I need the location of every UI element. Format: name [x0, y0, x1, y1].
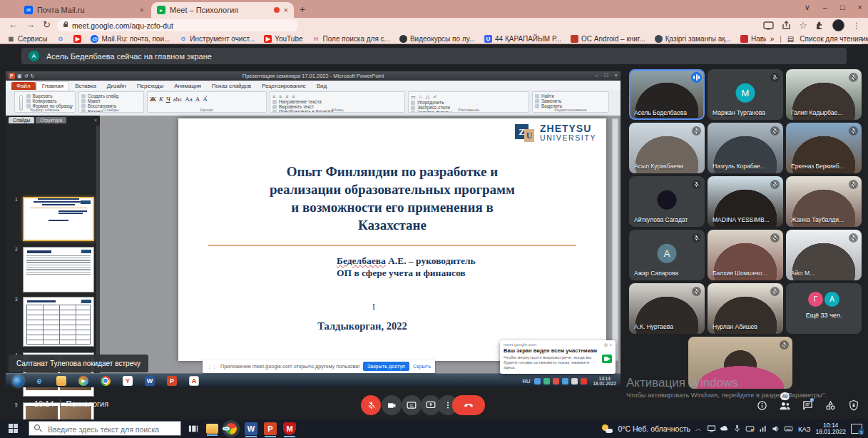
taskbar-search[interactable]	[29, 421, 181, 436]
ribbon-button-Найти[interactable]: Найти	[535, 93, 606, 98]
reading-list-label[interactable]: Список для чтения	[800, 35, 862, 43]
participant-tile[interactable]: Еркеназ Беркинб...	[786, 123, 862, 173]
participant-tile[interactable]: Асель Беделбаева	[629, 69, 705, 120]
bookmark-star-icon[interactable]: ☆	[799, 20, 807, 31]
taskbar-word-icon[interactable]: W	[245, 422, 257, 435]
panel-tab-slides[interactable]: Слайды	[9, 117, 34, 123]
ribbon-tab-Вставка[interactable]: Вставка	[70, 82, 101, 90]
ribbon-button-Копировать[interactable]: Копировать	[26, 98, 73, 103]
participant-tile[interactable]: Асыл Куракбаева	[629, 123, 705, 173]
tray-microphone-icon[interactable]	[732, 424, 742, 434]
taskbar-chrome-icon[interactable]	[225, 423, 237, 434]
tray-cloud-icon[interactable]	[720, 424, 729, 434]
ribbon-glyph-button[interactable]: ▭	[411, 94, 416, 100]
tray-network-icon[interactable]	[758, 424, 767, 434]
bookmarks-overflow-icon[interactable]: »	[770, 35, 775, 43]
extensions-puzzle-icon[interactable]	[815, 21, 824, 30]
participant-tile[interactable]: Галия Кадырбае...	[786, 69, 862, 120]
participant-tile[interactable]: Айткулова Сагадат	[629, 176, 705, 227]
ribbon-tab-Вид[interactable]: Вид	[312, 82, 332, 90]
taskbar-mcafee-icon[interactable]: M	[283, 422, 296, 435]
font-style-button[interactable]: Ч	[166, 96, 170, 103]
bookmark-item[interactable]: Қазіргі заманғы ақ...	[655, 35, 731, 43]
bookmark-item[interactable]: U44 ҚАРАПАЙЫМ Р...	[484, 35, 561, 43]
ppt-close-button[interactable]: ×	[614, 72, 618, 78]
close-button[interactable]: ×	[858, 3, 862, 12]
shared-clock[interactable]: 13:1418.01.2022	[593, 376, 616, 386]
font-style-button[interactable]: К	[159, 96, 163, 103]
shared-taskbar-pdf-icon[interactable]: A	[189, 376, 199, 386]
powerpoint-titlebar[interactable]: P▣↺↻ Презентация семинара 17.01.2022 - M…	[6, 71, 621, 81]
bookmark-item[interactable]: HПоле поиска для с...	[312, 35, 390, 43]
profile-avatar[interactable]	[832, 19, 844, 31]
tray-display-icon[interactable]	[707, 424, 716, 434]
tray-keyboard-icon[interactable]	[784, 424, 793, 434]
weather-icon[interactable]	[602, 424, 613, 433]
back-icon[interactable]: ←	[9, 19, 18, 30]
popup-close-icon[interactable]: ⚙ ×	[604, 342, 612, 348]
ribbon-button-Вырезать[interactable]: Вырезать	[26, 93, 73, 98]
ribbon-glyph-button[interactable]: ≡	[279, 94, 282, 99]
taskbar-taskview-icon[interactable]	[187, 422, 200, 435]
browser-menu-icon[interactable]: ⋮	[852, 21, 861, 31]
reading-list-icon[interactable]: ▤	[787, 35, 794, 43]
current-slide[interactable]: ZU ZHETYSU UNIVERSITY Опыт Финляндии по …	[178, 118, 606, 361]
language-indicator[interactable]: КАЗ	[798, 425, 811, 433]
forward-icon[interactable]: →	[26, 19, 35, 30]
ppt-restore-button[interactable]: □	[604, 72, 608, 78]
bookmark-item[interactable]: GИнструмент очист...	[179, 35, 255, 43]
panel-close-icon[interactable]: ×	[94, 118, 97, 123]
host-controls-icon[interactable]	[847, 399, 859, 412]
bookmark-item[interactable]: ▶YouTube	[264, 35, 302, 43]
participant-tile[interactable]: ААжар Сапарова	[629, 230, 705, 280]
bookmark-item[interactable]: ▶	[73, 35, 81, 43]
participant-tile[interactable]: MADINA YESSIMB...	[708, 176, 783, 227]
end-call-button[interactable]	[452, 395, 485, 415]
camera-button[interactable]	[382, 395, 402, 415]
panel-tab-outline[interactable]: Структура	[36, 117, 66, 123]
captions-button[interactable]: cc	[402, 395, 422, 415]
ribbon-glyph-button[interactable]: ≡	[272, 94, 275, 99]
minimize-button[interactable]: –	[823, 3, 827, 12]
font-style-button[interactable]: Ж	[150, 96, 156, 103]
ribbon-button-Макет[interactable]: Макет	[81, 98, 141, 103]
ppt-minimize-button[interactable]: –	[595, 72, 598, 78]
participant-tile[interactable]: Жанна Таубалди...	[786, 176, 862, 227]
url-bar[interactable]: meet.google.com/aqu-zcfo-dut	[57, 19, 298, 31]
participant-tile[interactable]: А.К. Нуртаева	[629, 283, 705, 334]
tab-meet[interactable]: ▸ Meet – Психология ×	[151, 2, 294, 18]
ribbon-tab-Главная[interactable]: Главная	[36, 81, 69, 90]
new-tab-button[interactable]: +	[300, 4, 305, 15]
start-button[interactable]	[9, 424, 19, 434]
participant-tile[interactable]: Нурлан Абишев	[708, 283, 783, 334]
ribbon-tab-Анимация[interactable]: Анимация	[169, 82, 206, 90]
font-style-button[interactable]: Аа	[185, 96, 192, 103]
hidden-icons-chevron[interactable]: ︿	[695, 424, 702, 434]
tab-close-icon[interactable]: ×	[140, 6, 144, 14]
font-style-button[interactable]: А	[195, 96, 200, 103]
shared-taskbar-chrome-icon[interactable]	[101, 376, 111, 386]
ribbon-tab-Рецензирование[interactable]: Рецензирование	[257, 82, 311, 90]
slide-thumbnail-2[interactable]	[23, 247, 94, 292]
tray-screen-record-icon[interactable]	[745, 424, 755, 434]
bookmark-item[interactable]: ▦Сервисы	[7, 35, 47, 43]
bookmark-item[interactable]: Видеокурсы по лу...	[399, 35, 475, 43]
ribbon-tab-file[interactable]: Файл	[11, 82, 36, 90]
share-icon[interactable]	[782, 21, 791, 30]
font-style-button[interactable]: abc	[173, 96, 183, 103]
bookmark-item[interactable]: ОС Android – книг...	[571, 35, 645, 43]
weather-text[interactable]: 0°C Неб. облачность	[618, 424, 690, 433]
stop-sharing-button[interactable]: Закрыть доступ	[363, 362, 409, 371]
participants-icon[interactable]	[779, 399, 791, 412]
meeting-details-icon[interactable]	[756, 399, 768, 412]
notifications-icon[interactable]: 3	[851, 424, 862, 434]
tray-volume-icon[interactable]	[771, 424, 780, 434]
restore-button[interactable]: □	[840, 3, 845, 12]
participant-tile[interactable]: Назгуль Корабае...	[708, 123, 783, 173]
chrome-chevron-icon[interactable]: ∨	[805, 3, 810, 12]
slide-scrollbar[interactable]	[612, 118, 618, 361]
ribbon-button-Упорядочить[interactable]: Упорядочить	[411, 100, 526, 105]
tab-close-icon[interactable]: ×	[284, 6, 288, 14]
shared-taskbar-ie-icon[interactable]: e	[34, 376, 44, 386]
shared-taskbar-start-icon[interactable]	[13, 376, 24, 387]
